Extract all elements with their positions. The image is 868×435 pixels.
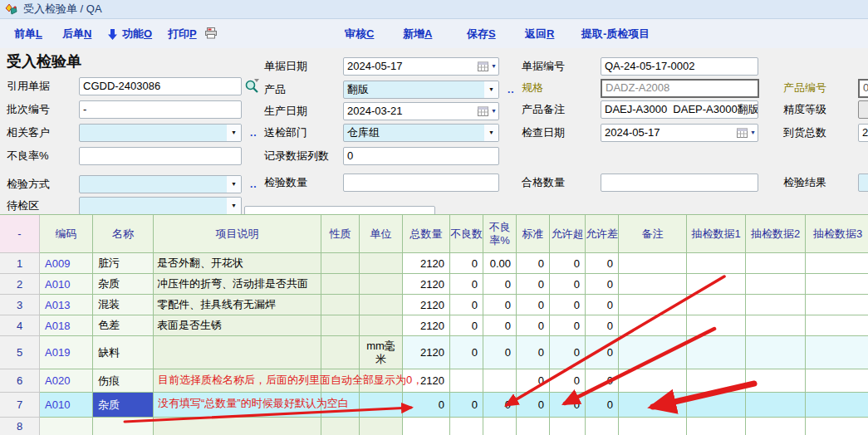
table-cell[interactable]: A018 xyxy=(40,315,93,336)
table-cell[interactable]: 缺料 xyxy=(93,336,154,369)
table-cell[interactable] xyxy=(746,369,806,393)
table-cell[interactable]: 0 xyxy=(517,315,550,336)
save-button[interactable]: 保存S xyxy=(467,19,496,48)
pending-area-combo[interactable]: ▼ xyxy=(79,197,242,215)
table-cell[interactable]: 零配件、挂具线有无漏焊 xyxy=(154,295,321,315)
table-cell[interactable]: 2120 xyxy=(403,336,450,369)
col-header[interactable]: 项目说明 xyxy=(154,215,321,253)
table-cell[interactable]: 0 xyxy=(483,393,517,418)
qualified-qty-input[interactable] xyxy=(601,174,758,192)
ref-doc-input[interactable]: CGDD-2403086 xyxy=(79,77,242,95)
table-cell[interactable] xyxy=(746,336,806,369)
record-cols-input[interactable]: 0 xyxy=(343,147,499,165)
table-cell[interactable] xyxy=(483,369,517,393)
row-number[interactable]: 1 xyxy=(0,253,40,274)
table-cell[interactable] xyxy=(360,274,403,295)
table-cell[interactable] xyxy=(360,253,403,274)
col-header[interactable]: 不良率% xyxy=(483,215,517,253)
table-cell[interactable] xyxy=(687,274,746,295)
table-cell[interactable]: 0 xyxy=(586,369,619,393)
lookup-magnifier-button[interactable] xyxy=(244,78,260,94)
table-cell[interactable] xyxy=(360,393,403,418)
row-number[interactable]: 3 xyxy=(0,295,40,315)
table-cell[interactable] xyxy=(450,418,483,435)
audit-button[interactable]: 审核C xyxy=(345,19,374,48)
table-cell[interactable] xyxy=(321,418,360,435)
table-cell[interactable]: 0 xyxy=(586,336,619,369)
inspect-method-more-button[interactable]: .. xyxy=(250,175,257,193)
arrival-total-input[interactable]: 2 xyxy=(858,124,868,142)
table-cell[interactable]: A020 xyxy=(40,369,93,393)
table-cell[interactable] xyxy=(806,274,868,295)
result-combo[interactable] xyxy=(858,174,868,192)
table-cell[interactable] xyxy=(40,418,93,435)
table-cell[interactable]: 2120 xyxy=(403,253,450,274)
table-cell[interactable] xyxy=(360,418,403,435)
table-cell[interactable] xyxy=(806,418,868,435)
table-cell[interactable]: 0 xyxy=(517,393,550,418)
product-more-button[interactable]: .. xyxy=(508,81,515,99)
table-cell[interactable]: 0 xyxy=(550,315,586,336)
col-header[interactable]: 单位 xyxy=(360,215,403,253)
table-cell[interactable] xyxy=(687,418,746,435)
table-cell[interactable]: 0 xyxy=(517,369,550,393)
prev-doc-button[interactable]: 前单L xyxy=(14,19,42,48)
col-header[interactable]: 允许超 xyxy=(550,215,586,253)
back-button[interactable]: 返回R xyxy=(525,19,554,48)
table-cell[interactable] xyxy=(483,418,517,435)
table-cell[interactable] xyxy=(321,274,360,295)
table-cell[interactable] xyxy=(586,418,619,435)
table-cell[interactable] xyxy=(746,315,806,336)
col-header[interactable]: 抽检数据1 xyxy=(687,215,746,253)
table-cell[interactable] xyxy=(687,253,746,274)
table-cell[interactable]: 0 xyxy=(450,315,483,336)
table-cell[interactable] xyxy=(517,418,550,435)
table-cell[interactable]: 表面是否生锈 xyxy=(154,315,321,336)
col-header[interactable]: 抽检数据3 xyxy=(806,215,868,253)
table-cell[interactable] xyxy=(806,315,868,336)
table-cell[interactable]: 0 xyxy=(450,274,483,295)
table-cell[interactable] xyxy=(687,369,746,393)
product-no-input[interactable]: 01 xyxy=(858,79,868,98)
print-button[interactable]: 打印P xyxy=(168,19,197,48)
row-number[interactable]: 7 xyxy=(0,393,40,418)
table-cell[interactable]: 0 xyxy=(550,336,586,369)
table-cell[interactable]: 0 xyxy=(403,393,450,418)
table-cell[interactable]: 0 xyxy=(483,315,517,336)
table-cell[interactable]: 杂质 xyxy=(93,274,154,295)
table-cell[interactable] xyxy=(746,418,806,435)
doc-date-picker[interactable]: 2024-05-17 ▼ xyxy=(343,57,499,76)
table-cell[interactable] xyxy=(321,336,360,369)
table-cell[interactable]: 0 xyxy=(483,336,517,369)
col-header[interactable]: 编码 xyxy=(40,215,93,253)
row-number[interactable]: 6 xyxy=(0,369,40,393)
table-cell[interactable] xyxy=(550,418,586,435)
row-number[interactable]: 2 xyxy=(0,274,40,295)
row-number[interactable]: 4 xyxy=(0,315,40,336)
col-header[interactable]: 名称 xyxy=(93,215,154,253)
table-cell[interactable] xyxy=(806,393,868,418)
table-cell[interactable]: 0 xyxy=(550,393,586,418)
col-header[interactable]: 总数量 xyxy=(403,215,450,253)
table-cell[interactable]: 0 xyxy=(450,336,483,369)
table-cell[interactable]: 0 xyxy=(550,369,586,393)
prod-date-picker[interactable]: 2024-03-21 ▼ xyxy=(343,102,499,120)
table-cell[interactable] xyxy=(619,336,687,369)
table-cell[interactable]: 0 xyxy=(483,295,517,315)
printer-icon[interactable] xyxy=(204,27,218,42)
col-header[interactable]: 标准 xyxy=(517,215,550,253)
col-header[interactable]: 允许差 xyxy=(586,215,619,253)
table-cell[interactable]: 0 xyxy=(517,274,550,295)
table-cell[interactable]: A019 xyxy=(40,336,93,369)
table-cell[interactable] xyxy=(154,418,321,435)
table-cell[interactable] xyxy=(619,253,687,274)
table-cell[interactable] xyxy=(619,274,687,295)
table-cell[interactable]: 0 xyxy=(586,295,619,315)
table-cell[interactable] xyxy=(746,393,806,418)
col-header[interactable]: 备注 xyxy=(619,215,687,253)
table-cell[interactable] xyxy=(619,393,687,418)
table-cell[interactable] xyxy=(687,295,746,315)
table-cell[interactable]: 2120 xyxy=(403,295,450,315)
next-doc-button[interactable]: 后单N xyxy=(62,19,91,48)
table-cell[interactable] xyxy=(360,315,403,336)
